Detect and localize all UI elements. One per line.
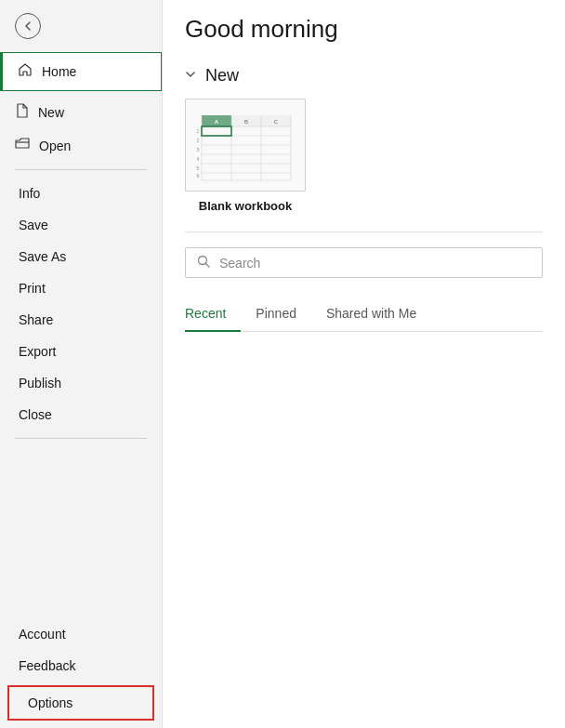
blank-workbook-card[interactable]: A B C 1 2 3 4 5 6 [185,99,306,213]
svg-text:1: 1 [197,128,200,134]
sidebar-item-info[interactable]: Info [0,178,162,209]
blank-workbook-thumbnail: A B C 1 2 3 4 5 6 [185,99,306,192]
sidebar-item-new[interactable]: New [0,95,162,129]
blank-workbook-label: Blank workbook [199,199,292,213]
sidebar-item-save-as[interactable]: Save As [0,241,162,272]
tab-recent[interactable]: Recent [185,297,241,332]
back-button[interactable] [0,0,162,52]
search-input[interactable]: Search [185,247,543,278]
sidebar-item-save[interactable]: Save [0,209,162,241]
tab-pinned[interactable]: Pinned [241,297,311,332]
sidebar: Home New Open Info Save Save As Print S [0,0,163,728]
chevron-down-icon[interactable] [185,69,196,83]
svg-text:4: 4 [197,156,200,162]
divider-top [15,169,147,170]
open-folder-icon [15,138,30,153]
sidebar-item-print[interactable]: Print [0,272,162,304]
search-placeholder-text: Search [219,256,260,271]
svg-text:C: C [274,119,279,125]
new-section-header: New [185,66,543,86]
svg-text:3: 3 [197,147,200,152]
divider-bottom [15,438,147,439]
main-content: Good morning New [163,0,565,728]
svg-text:2: 2 [197,138,200,143]
tabs-section: Recent Pinned Shared with Me [163,297,565,332]
new-section: New A B C [163,66,565,213]
sidebar-item-close[interactable]: Close [0,399,162,430]
new-section-title: New [205,66,239,86]
greeting-text: Good morning [185,15,543,44]
tabs-row: Recent Pinned Shared with Me [185,297,543,332]
sidebar-item-options[interactable]: Options [7,685,154,721]
main-header: Good morning [163,0,565,66]
sidebar-item-share[interactable]: Share [0,304,162,336]
section-divider [185,232,543,232]
sidebar-item-feedback[interactable]: Feedback [0,650,162,682]
svg-text:B: B [244,119,248,125]
home-icon [18,62,33,81]
templates-row: A B C 1 2 3 4 5 6 [185,99,543,213]
home-label: Home [42,64,76,79]
search-section: Search [163,247,565,278]
new-file-icon [15,103,29,121]
svg-text:5: 5 [197,165,200,171]
sidebar-open-label: Open [39,139,71,153]
sidebar-new-label: New [38,105,64,120]
back-icon [15,13,41,39]
svg-text:6: 6 [197,173,200,179]
sidebar-item-account[interactable]: Account [0,618,162,650]
sidebar-item-open[interactable]: Open [0,129,162,162]
svg-line-27 [206,264,210,268]
tab-shared-with-me[interactable]: Shared with Me [311,297,431,332]
svg-text:A: A [215,119,219,125]
search-icon [197,255,210,271]
sidebar-item-export[interactable]: Export [0,336,162,367]
sidebar-item-home[interactable]: Home [0,52,162,91]
sidebar-bottom-section: Account Feedback Options [0,618,162,728]
sidebar-item-publish[interactable]: Publish [0,367,162,399]
